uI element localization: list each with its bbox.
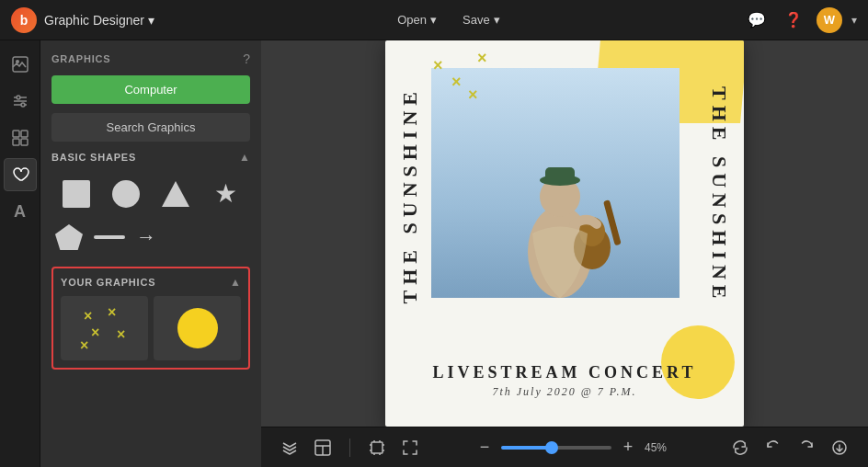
toolbar-center-group [363,434,424,461]
svg-rect-28 [371,442,383,453]
x-mark-4: × [468,86,478,103]
redo-icon-button[interactable] [793,434,820,461]
icon-sidebar: A [0,40,40,467]
your-graphics-label: YOUR GRAPHICS [61,277,155,288]
your-graphics-section: YOUR GRAPHICS ▲ × × × × × [51,267,250,370]
app-title-text: Graphic Designer [44,13,144,28]
sidebar-icon-text[interactable]: A [4,195,37,228]
svg-text:×: × [91,325,99,340]
zoom-minus-button[interactable]: − [474,438,496,457]
shapes-grid: ★ [51,173,250,215]
sidebar-icon-adjust[interactable] [4,85,37,118]
concert-date: 7th July 2020 @ 7 P.M. [385,385,744,399]
computer-button[interactable]: Computer [51,75,250,104]
user-chevron: ▾ [851,14,857,27]
svg-rect-8 [21,131,28,137]
logo-icon: b [11,7,37,33]
save-button[interactable]: Save ▾ [453,9,509,30]
svg-text:×: × [108,304,116,320]
search-graphics-button[interactable]: Search Graphics [51,113,250,142]
panel-header: GRAPHICS ? [51,51,250,66]
x-mark-1: × [433,57,443,74]
basic-shapes-label: BASIC SHAPES [51,152,136,163]
graphics-grid: × × × × × [61,296,241,360]
zoom-plus-button[interactable]: + [617,438,639,457]
sidebar-icon-image[interactable] [4,48,37,81]
zoom-slider-container: − + 45% [433,438,717,457]
logo-area: b Graphic Designer ▾ [11,7,154,33]
vertical-text-right: THE SUNSHINE [707,86,731,303]
basic-shapes-chevron: ▲ [239,151,250,164]
bottom-text: LIVESTREAM CONCERT 7th July 2020 @ 7 P.M… [385,363,744,399]
undo-icon-button[interactable] [760,434,787,461]
svg-point-16 [177,308,218,348]
canvas-content: × × × × THE SUNSHINE THE SUNSHINE LIVEST… [261,40,868,427]
topbar-right: 💬 ❓ W ▾ [743,6,857,34]
download-icon-button[interactable] [826,434,853,461]
shape-pentagon[interactable] [55,224,83,250]
x-mark-3: × [477,50,487,66]
basic-shapes-section-header[interactable]: BASIC SHAPES ▲ [51,151,250,164]
svg-text:×: × [117,326,125,342]
help-icon-button[interactable]: ❓ [780,6,807,34]
shape-star[interactable]: ★ [204,180,246,208]
your-graphics-chevron: ▲ [230,276,241,289]
svg-rect-10 [21,139,28,145]
shape-circle[interactable] [105,180,147,208]
toolbar-sep-1 [349,439,350,457]
topbar-center: Open ▾ Save ▾ [154,9,743,30]
toolbar-left-group [276,434,337,461]
svg-rect-21 [545,167,575,184]
vertical-text-left: THE SUNSHINE [398,86,422,303]
canvas-area: × × × × THE SUNSHINE THE SUNSHINE LIVEST… [261,40,868,467]
app-title-chevron: ▾ [148,13,154,28]
svg-rect-9 [13,139,19,145]
graphic-thumb-circle[interactable] [154,296,241,360]
svg-point-6 [21,103,25,107]
design-card: × × × × THE SUNSHINE THE SUNSHINE LIVEST… [385,40,744,427]
toolbar-right [726,434,853,461]
topbar: b Graphic Designer ▾ Open ▾ Save ▾ 💬 ❓ W… [0,0,868,40]
svg-text:×: × [80,337,88,353]
graphic-thumb-crosses[interactable]: × × × × × [61,296,148,360]
chat-icon-button[interactable]: 💬 [743,6,771,34]
layers-icon-button[interactable] [276,434,303,461]
x-mark-2: × [451,74,462,90]
help-icon[interactable]: ? [243,51,250,66]
shape-square[interactable] [55,180,97,208]
layout-icon-button[interactable] [309,434,337,461]
main: A GRAPHICS ? Computer Search Graphics BA… [0,40,868,467]
app-title: Graphic Designer ▾ [44,13,154,28]
shapes-row2: → [51,224,250,257]
sidebar-icon-heart[interactable] [4,158,37,191]
bottom-toolbar: − + 45% [261,427,868,467]
open-button[interactable]: Open ▾ [388,9,446,30]
svg-point-5 [17,96,20,99]
svg-text:×: × [84,308,92,324]
crop-icon-button[interactable] [363,434,391,461]
concert-title: LIVESTREAM CONCERT [385,363,744,382]
panel: GRAPHICS ? Computer Search Graphics BASI… [40,40,261,467]
svg-rect-7 [13,131,19,137]
shape-arrow[interactable]: → [136,225,156,249]
shape-line[interactable] [94,235,125,239]
zoom-label: 45% [645,441,677,454]
expand-icon-button[interactable] [396,434,424,461]
refresh-icon-button[interactable] [726,434,754,461]
zoom-slider[interactable] [501,446,611,450]
shape-triangle[interactable] [154,180,197,208]
your-graphics-header: YOUR GRAPHICS ▲ [61,276,241,289]
user-avatar[interactable]: W [817,7,842,33]
graphics-label: GRAPHICS [51,53,110,64]
sidebar-icon-grid[interactable] [4,121,37,154]
